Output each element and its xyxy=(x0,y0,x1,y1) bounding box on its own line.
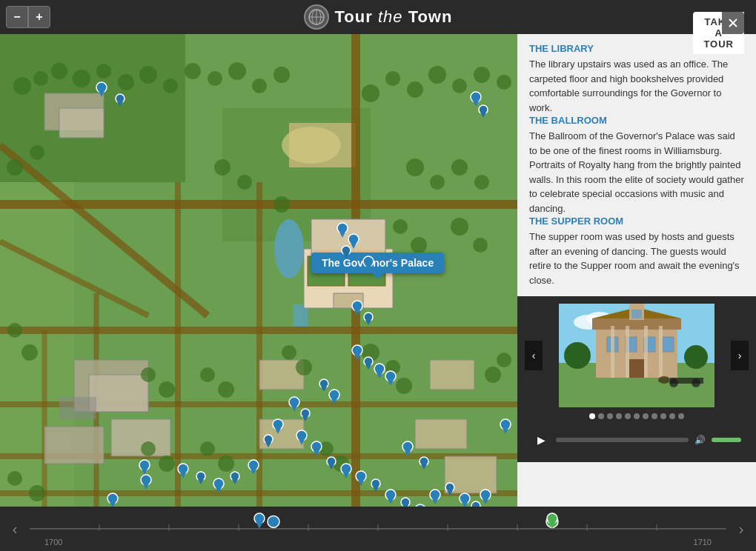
timeline-label-1700: 1700 xyxy=(44,538,62,547)
svg-point-77 xyxy=(296,359,312,375)
svg-point-73 xyxy=(411,237,427,253)
gallery-dot-5[interactable] xyxy=(625,413,631,419)
svg-rect-115 xyxy=(644,326,648,378)
map-area[interactable]: The Governor's Palace xyxy=(0,34,517,507)
gallery-dot-6[interactable] xyxy=(634,413,640,419)
gallery-dot-11[interactable] xyxy=(678,413,684,419)
svg-rect-40 xyxy=(415,419,467,449)
gallery-dot-4[interactable] xyxy=(616,413,622,419)
panel-content: THE LIBRARY The library upstairs was use… xyxy=(517,34,756,296)
svg-point-51 xyxy=(185,63,201,79)
svg-point-88 xyxy=(29,485,45,501)
timeline-inner: 1700 1710 xyxy=(30,507,726,551)
svg-point-69 xyxy=(451,159,468,176)
svg-point-75 xyxy=(473,238,488,253)
gallery-dot-1[interactable] xyxy=(589,413,595,419)
gallery: ‹ › ▶ 🔊 xyxy=(517,296,756,462)
svg-rect-39 xyxy=(259,419,304,449)
svg-rect-41 xyxy=(445,456,497,493)
take-a-tour-close-button[interactable] xyxy=(722,12,744,34)
gallery-dot-2[interactable] xyxy=(598,413,604,419)
svg-point-78 xyxy=(362,344,379,361)
gallery-dot-10[interactable] xyxy=(669,413,675,419)
svg-point-96 xyxy=(218,455,234,472)
svg-point-91 xyxy=(141,441,156,456)
svg-point-44 xyxy=(33,71,48,86)
svg-marker-139 xyxy=(256,521,263,529)
svg-point-65 xyxy=(214,159,231,176)
svg-point-43 xyxy=(13,77,31,95)
timeline-prev-button[interactable]: ‹ xyxy=(0,507,30,551)
play-button[interactable]: ▶ xyxy=(532,431,550,449)
svg-rect-106 xyxy=(592,318,681,330)
svg-point-49 xyxy=(139,66,157,84)
section-supper-room-title: THE SUPPER ROOM xyxy=(529,216,744,227)
svg-point-117 xyxy=(564,342,591,369)
video-player: ▶ 🔊 xyxy=(525,425,749,455)
svg-rect-34 xyxy=(89,375,148,412)
volume-bar[interactable] xyxy=(712,438,741,442)
svg-point-67 xyxy=(406,158,424,176)
svg-point-50 xyxy=(163,79,178,93)
svg-point-92 xyxy=(159,455,175,472)
svg-point-87 xyxy=(7,471,22,486)
svg-rect-36 xyxy=(111,419,170,456)
svg-point-94 xyxy=(218,381,234,398)
svg-point-122 xyxy=(669,378,678,387)
svg-rect-38 xyxy=(430,360,474,390)
gallery-dot-7[interactable] xyxy=(643,413,649,419)
volume-icon[interactable]: 🔊 xyxy=(694,435,706,445)
svg-rect-111 xyxy=(663,337,674,352)
gallery-image xyxy=(559,304,714,407)
svg-point-82 xyxy=(333,455,349,472)
timeline-next-button[interactable]: › xyxy=(726,507,756,551)
svg-marker-141 xyxy=(548,521,556,529)
progress-bar[interactable] xyxy=(556,438,689,442)
svg-point-85 xyxy=(7,323,22,338)
svg-point-66 xyxy=(237,175,252,190)
svg-point-56 xyxy=(362,84,379,102)
zoom-in-button[interactable]: + xyxy=(28,6,50,28)
svg-point-71 xyxy=(273,196,290,213)
section-ballroom-text: The Ballroom of the Governor's Palace wa… xyxy=(529,129,744,216)
gallery-prev-button[interactable]: ‹ xyxy=(525,341,543,370)
svg-point-52 xyxy=(208,71,222,86)
svg-point-64 xyxy=(30,145,44,160)
svg-point-46 xyxy=(73,70,90,87)
svg-point-93 xyxy=(200,367,215,382)
svg-point-83 xyxy=(497,353,511,367)
panel-scrollable[interactable]: THE LIBRARY The library upstairs was use… xyxy=(517,34,756,462)
gallery-dot-3[interactable] xyxy=(607,413,613,419)
svg-point-62 xyxy=(497,75,511,90)
svg-point-134 xyxy=(268,515,279,527)
timeline-marker-green[interactable] xyxy=(546,512,558,532)
logo-area: Tour the Town xyxy=(304,4,453,30)
zoom-out-button[interactable]: − xyxy=(6,6,28,28)
right-panel: THE LIBRARY The library upstairs was use… xyxy=(517,34,756,507)
svg-point-57 xyxy=(385,71,400,86)
svg-point-72 xyxy=(393,219,408,234)
timeline-marker-blue[interactable] xyxy=(253,512,265,532)
svg-point-80 xyxy=(396,378,412,394)
svg-rect-114 xyxy=(626,326,629,378)
svg-point-70 xyxy=(474,175,489,190)
section-supper-room-text: The supper room was used by hosts and gu… xyxy=(529,230,744,287)
svg-point-86 xyxy=(21,344,38,361)
svg-rect-120 xyxy=(631,310,642,318)
palace-label[interactable]: The Governor's Palace xyxy=(311,253,444,273)
svg-point-90 xyxy=(159,381,175,398)
svg-point-81 xyxy=(319,441,334,456)
svg-point-45 xyxy=(51,63,67,79)
section-supper-room: THE SUPPER ROOM The supper room was used… xyxy=(529,216,744,287)
svg-rect-27 xyxy=(311,219,385,256)
svg-point-59 xyxy=(428,66,446,84)
svg-point-11 xyxy=(282,127,341,164)
svg-point-48 xyxy=(118,74,134,90)
gallery-next-button[interactable]: › xyxy=(731,341,749,370)
gallery-dot-9[interactable] xyxy=(660,413,666,419)
svg-point-12 xyxy=(274,219,304,278)
svg-rect-35 xyxy=(44,427,104,464)
svg-rect-32 xyxy=(59,108,104,138)
gallery-dot-8[interactable] xyxy=(651,413,657,419)
svg-rect-28 xyxy=(334,293,363,308)
